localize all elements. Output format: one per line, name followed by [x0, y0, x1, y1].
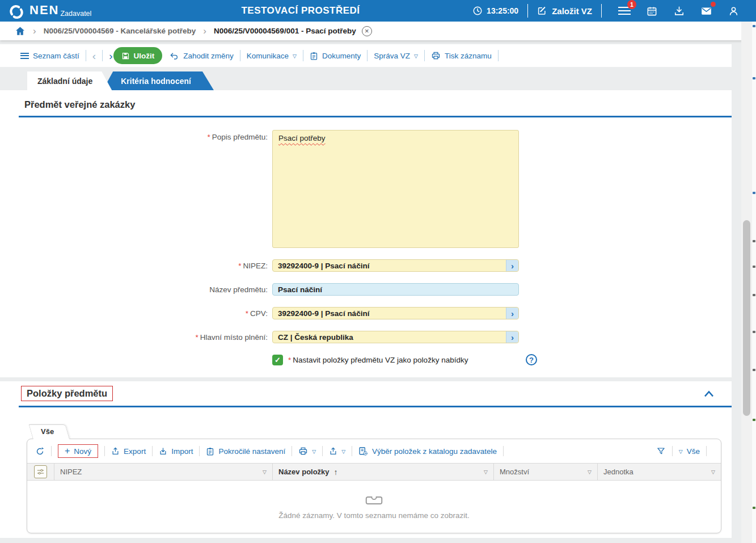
misto-field[interactable]: CZ | Česká republika ›: [272, 331, 519, 343]
prev-part-button[interactable]: ‹: [92, 50, 96, 61]
download-tray-icon: [674, 6, 685, 16]
section-title: Předmět veřejné zakázky: [24, 99, 135, 110]
empty-state-text: Žádné záznamy. V tomto seznamu nemáme co…: [278, 511, 470, 520]
home-icon[interactable]: [15, 26, 26, 36]
cpv-field[interactable]: 39292400-9 | Psací náčiní ›: [272, 307, 519, 319]
filter-caret-icon[interactable]: ▽: [711, 469, 715, 475]
required-marker: *: [195, 333, 198, 342]
discard-label: Zahodit změny: [183, 52, 234, 60]
clock-icon: [472, 6, 483, 16]
scrollbar-thumb[interactable]: [743, 220, 750, 416]
new-item-button[interactable]: + Nový: [58, 444, 98, 458]
export-button[interactable]: Export: [111, 447, 146, 456]
nen-logo[interactable]: NEN Zadavatel: [0, 2, 91, 20]
cpv-value: 39292400-9 | Psací náčiní: [278, 309, 369, 318]
menu-button[interactable]: 1: [618, 4, 631, 18]
vertical-scrollbar[interactable]: [741, 22, 752, 543]
downloads-button[interactable]: [672, 4, 686, 18]
calendar-button[interactable]: [645, 4, 658, 18]
seznam-casti-button[interactable]: Seznam částí: [20, 52, 79, 60]
view-filter-select[interactable]: ▽ Vše: [679, 447, 700, 456]
share-button[interactable]: ▽: [329, 447, 345, 456]
nipez-lookup-button[interactable]: ›: [506, 260, 518, 271]
scrollbar-marks: [752, 22, 756, 543]
catalog-icon: [358, 447, 368, 456]
checkbox-label: *Nastavit položky předmětu VZ jako polož…: [288, 356, 468, 364]
edit-icon: [537, 6, 547, 16]
column-header-nipez[interactable]: NIPEZ ▽: [54, 464, 273, 480]
separator: [86, 50, 86, 61]
separator: [292, 446, 292, 456]
notification-badge: 1: [627, 0, 636, 9]
import-icon: [159, 447, 167, 456]
divider: [601, 4, 602, 18]
catalog-select-button[interactable]: Výběr položek z katalogu zadavatele: [358, 447, 497, 456]
filter-button[interactable]: [656, 447, 666, 456]
filter-caret-icon[interactable]: ▽: [263, 469, 267, 475]
separator: [152, 446, 153, 456]
cpv-lookup-button[interactable]: ›: [506, 308, 518, 319]
breadcrumb-item-vz[interactable]: N006/25/V00004569 - Kancelářské potřeby: [44, 27, 196, 35]
brand-role: Zadavatel: [60, 10, 91, 18]
column-label: Množství: [500, 468, 529, 476]
grid-print-button[interactable]: ▽: [298, 447, 316, 456]
profile-button[interactable]: [727, 4, 740, 18]
section-predmet: Předmět veřejné zakázky *Popis předmětu:…: [0, 90, 732, 377]
popis-label: *Popis předmětu:: [0, 130, 268, 141]
nipez-value: 39292400-9 | Psací náčiní: [278, 262, 369, 270]
share-icon: [329, 447, 337, 456]
view-filter-label: Vše: [687, 447, 700, 456]
tab-kriteria-hodnoceni[interactable]: Kritéria hodnocení: [103, 71, 214, 90]
dokumenty-button[interactable]: Dokumenty: [310, 51, 361, 61]
misto-lookup-button[interactable]: ›: [506, 331, 518, 343]
messages-button[interactable]: [699, 4, 713, 18]
breadcrumb: › N006/25/V00004569 - Kancelářské potřeb…: [0, 22, 756, 40]
next-part-button[interactable]: ›: [109, 50, 112, 61]
breadcrumb-chevron-icon: ›: [33, 26, 36, 37]
nen-logo-icon: [8, 3, 25, 20]
misto-value: CZ | Česká republika: [278, 333, 353, 342]
filter-tab-vse[interactable]: Vše: [33, 424, 70, 439]
column-header-mnozstvi[interactable]: Množství ▽: [494, 464, 598, 480]
separator: [367, 50, 368, 61]
save-button[interactable]: Uložit: [113, 47, 162, 64]
import-button[interactable]: Import: [159, 447, 193, 456]
collapse-section-button[interactable]: [703, 390, 715, 398]
section-title-highlighted: Položky předmětu: [21, 386, 113, 401]
breadcrumb-item-current: N006/25/V00004569/001 - Psací potřeby: [214, 27, 356, 35]
current-time: 13:25:00: [487, 6, 518, 15]
tab-zakladni-udaje[interactable]: Základní údaje: [27, 71, 112, 90]
print-record-button[interactable]: Tisk záznamu: [431, 51, 492, 60]
predmet-form: *Popis předmětu: Psací potřeby *NIPEZ: 3…: [0, 117, 732, 365]
nazev-value: Psací náčiní: [278, 285, 322, 294]
discard-changes-button[interactable]: Zahodit změny: [169, 51, 234, 60]
advanced-settings-button[interactable]: Pokročilé nastavení: [206, 447, 285, 456]
separator: [102, 50, 103, 61]
filter-caret-icon[interactable]: ▽: [484, 469, 488, 475]
column-settings-button[interactable]: [34, 465, 47, 478]
sprava-vz-menu[interactable]: Správa VZ ▽: [374, 52, 418, 60]
divider: [527, 4, 528, 18]
nipez-field[interactable]: 39292400-9 | Psací náčiní ›: [272, 259, 519, 272]
popis-textarea[interactable]: Psací potřeby: [272, 130, 519, 248]
save-label: Uložit: [133, 52, 154, 60]
polozky-checkbox[interactable]: ✓: [272, 355, 283, 365]
filter-caret-icon[interactable]: ▽: [588, 469, 592, 475]
column-label: NIPEZ: [60, 468, 82, 476]
filter-tab-label: Vše: [41, 427, 54, 436]
grid-header-row: NIPEZ ▽ Název položky ↑ ▽ Množství ▽ Jed…: [27, 463, 721, 481]
create-vz-button[interactable]: Založit VZ: [537, 6, 592, 16]
column-header-jednotka[interactable]: Jednotka ▽: [598, 464, 721, 480]
column-header-nazev-polozky[interactable]: Název položky ↑ ▽: [273, 464, 494, 480]
brand-name: NEN: [29, 2, 59, 19]
help-icon[interactable]: ?: [526, 354, 537, 365]
sprava-vz-label: Správa VZ: [374, 52, 410, 60]
advanced-settings-label: Pokročilé nastavení: [218, 447, 285, 456]
refresh-button[interactable]: [35, 447, 45, 456]
close-icon[interactable]: ×: [362, 26, 372, 36]
komunikace-menu[interactable]: Komunikace ▽: [247, 52, 297, 60]
calendar-icon: [647, 6, 657, 16]
nazev-field[interactable]: Psací náčiní: [272, 283, 519, 296]
create-vz-label: Založit VZ: [552, 6, 592, 16]
chevron-down-icon: ▽: [414, 53, 418, 59]
